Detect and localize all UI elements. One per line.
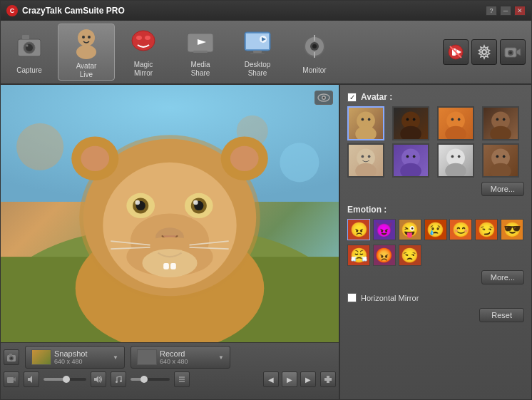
record-button[interactable]: Record 640 x 480 ▼	[131, 346, 230, 369]
svg-point-91	[413, 118, 416, 121]
emotion-title: Emotion :	[347, 205, 387, 215]
emotion-item-10[interactable]: 😒	[399, 245, 421, 266]
avatar-item-5[interactable]	[347, 143, 384, 178]
svg-point-52	[135, 200, 140, 205]
magic-mirror-label: MagicMirror	[134, 61, 153, 78]
minimize-button[interactable]: ─	[500, 6, 511, 16]
svg-point-23	[312, 44, 317, 48]
avatar-item-6[interactable]	[392, 143, 429, 178]
avatar-more-button[interactable]: More...	[481, 182, 524, 196]
svg-point-7	[82, 36, 85, 39]
avatar-item-7[interactable]	[437, 143, 474, 178]
camera-toolbar-button[interactable]	[500, 39, 526, 65]
music-slider[interactable]	[131, 378, 170, 381]
camera-capture-button[interactable]	[4, 349, 19, 365]
emotion-item-5[interactable]: 😊	[449, 219, 472, 240]
rewind-button[interactable]: ◀	[263, 371, 279, 387]
emotion-item-9[interactable]: 😡	[373, 245, 396, 266]
svg-point-106	[406, 155, 409, 158]
play-controls: ◀ ▶ ▶	[263, 371, 316, 387]
emotion-more-button[interactable]: More...	[481, 270, 524, 284]
reset-button[interactable]: Reset	[479, 308, 524, 322]
svg-point-60	[142, 249, 197, 277]
monitor-label: Monitor	[302, 66, 326, 75]
svg-point-98	[496, 118, 499, 121]
svg-point-111	[458, 155, 461, 158]
snapshot-info: Snapshot 640 x 480	[54, 349, 87, 365]
record-dropdown-arrow[interactable]: ▼	[218, 354, 224, 361]
svg-marker-75	[14, 377, 16, 381]
monitor-icon	[297, 29, 332, 63]
avatar-item-1[interactable]	[347, 106, 384, 140]
svg-point-47	[230, 146, 259, 171]
emotion-item-1[interactable]: 😠	[347, 219, 370, 240]
avatar-item-2[interactable]	[392, 106, 429, 140]
eye-toggle-button[interactable]	[314, 91, 333, 105]
capture-label: Capture	[16, 66, 42, 75]
svg-point-6	[76, 45, 96, 59]
emotion-item-8[interactable]: 😤	[347, 245, 370, 266]
svg-point-73	[11, 357, 13, 359]
toolbar-desktop-share[interactable]: DesktopShare	[229, 24, 286, 81]
help-button[interactable]: ?	[486, 6, 497, 16]
settings-button[interactable]	[471, 39, 497, 65]
svg-point-95	[458, 118, 461, 121]
toolbar-capture[interactable]: Capture	[1, 24, 58, 81]
snapshot-record-row: Snapshot 640 x 480 ▼ Record 640 x 480 ▼	[4, 346, 336, 369]
emotion-item-3[interactable]: 😜	[399, 219, 421, 240]
volume-slider[interactable]	[44, 378, 86, 381]
toolbar: Capture AvatarLive	[1, 21, 531, 85]
snapshot-button[interactable]: Snapshot 640 x 480 ▼	[25, 346, 125, 369]
emotion-item-6[interactable]: 😏	[475, 219, 498, 240]
capture-icon	[12, 29, 46, 63]
svg-point-86	[362, 118, 364, 121]
emotion-item-4[interactable]: 😢	[424, 219, 447, 240]
emotion-grid-row1: 😠 😈 😜 😢 😊 😏 😎	[347, 219, 524, 240]
svg-point-93	[445, 126, 466, 140]
main-content: Snapshot 640 x 480 ▼ Record 640 x 480 ▼	[1, 85, 531, 399]
bottom-controls: Snapshot 640 x 480 ▼ Record 640 x 480 ▼	[1, 342, 339, 399]
avatar-item-8[interactable]	[482, 143, 519, 178]
emotion-section-header: Emotion :	[347, 205, 524, 215]
svg-point-10	[136, 36, 142, 40]
toolbar-monitor[interactable]: Monitor	[286, 24, 343, 81]
fast-forward-button[interactable]: ▶	[300, 371, 316, 387]
right-panel: Avatar :	[339, 85, 531, 399]
mirror-checkbox[interactable]	[347, 293, 357, 302]
expand-button[interactable]	[320, 371, 336, 387]
svg-point-4	[26, 45, 29, 47]
no-video-button[interactable]	[443, 39, 469, 65]
svg-point-69	[323, 97, 325, 99]
avatar-item-3[interactable]	[437, 106, 474, 140]
emotion-item-2[interactable]: 😈	[373, 219, 396, 240]
emotion-item-7[interactable]: 😎	[501, 219, 523, 240]
svg-point-90	[406, 118, 409, 121]
webcam-button[interactable]	[4, 371, 19, 387]
svg-point-115	[503, 155, 506, 158]
play-button[interactable]: ▶	[282, 371, 297, 387]
avatar-checkbox[interactable]	[347, 93, 357, 102]
close-button[interactable]: ✕	[514, 6, 526, 16]
volume-max-icon	[91, 371, 106, 387]
avatar-live-icon	[69, 25, 103, 59]
video-area	[1, 85, 339, 342]
svg-point-102	[362, 155, 364, 158]
svg-point-114	[496, 155, 499, 158]
volume-mute-icon	[24, 371, 39, 387]
svg-point-97	[490, 126, 511, 140]
toolbar-right-controls	[443, 24, 531, 81]
svg-point-103	[368, 155, 371, 158]
avatar-item-4[interactable]	[482, 106, 519, 140]
app-logo: C	[6, 5, 18, 16]
svg-point-85	[355, 126, 377, 140]
svg-marker-32	[516, 48, 521, 56]
svg-point-105	[400, 163, 421, 178]
avatar-title: Avatar :	[361, 92, 392, 102]
svg-point-101	[355, 163, 377, 178]
snapshot-thumbnail	[31, 349, 51, 365]
toolbar-magic-mirror[interactable]: MagicMirror	[115, 24, 172, 81]
toolbar-avatar-live[interactable]: AvatarLive	[58, 24, 115, 81]
snapshot-dropdown-arrow[interactable]: ▼	[113, 354, 118, 361]
svg-point-89	[400, 126, 421, 140]
toolbar-media-share[interactable]: MediaShare	[172, 24, 229, 81]
